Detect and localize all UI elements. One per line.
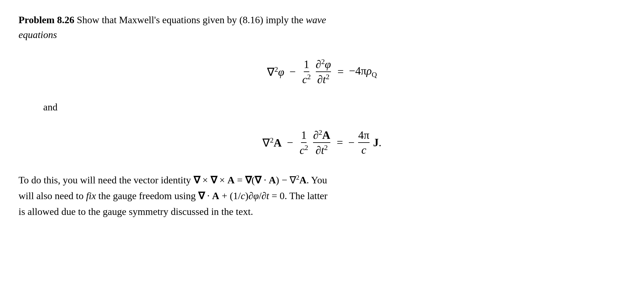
partial-fraction-2: ∂2A ∂t2 — [313, 128, 330, 157]
minus-sign-1: − — [287, 65, 299, 78]
frac2-numerator: 1 — [301, 129, 307, 143]
nabla-cross-2: ∇ — [211, 174, 217, 186]
body-text: To do this, you will need the vector ide… — [19, 172, 625, 220]
frac1-denominator: c2 — [302, 72, 311, 86]
partial2-numerator: ∂2A — [313, 128, 330, 143]
rhs-frac2-numerator: 4π — [358, 129, 369, 143]
equation-1: ∇2φ − 1 c2 ∂2φ ∂t2 = −4πρQ — [19, 58, 625, 86]
partial1-numerator: ∂2φ — [316, 58, 331, 72]
equations-text: equations — [19, 29, 57, 40]
partial-fraction-1: ∂2φ ∂t2 — [316, 58, 331, 86]
rhs-J: J. — [373, 136, 382, 149]
partial1-denominator: ∂t2 — [317, 72, 330, 86]
frac1-numerator: 1 — [304, 58, 309, 72]
body-A-2: A — [269, 174, 276, 186]
body-A-gauge: A — [212, 190, 219, 201]
rhs-frac2-denominator: c — [361, 143, 366, 156]
nabla-squared-phi: ∇2φ — [267, 65, 284, 79]
fraction-1: 1 c2 — [302, 58, 311, 86]
equals-sign-1: = — [335, 65, 346, 78]
and-label: and — [43, 101, 625, 113]
nabla-grad: ∇ — [245, 174, 252, 186]
equation-2: ∇2A − 1 c2 ∂2A ∂t2 = − 4π c J. — [19, 128, 625, 157]
wave-text: wave — [306, 14, 326, 25]
partial2-denominator: ∂t2 — [316, 143, 328, 157]
problem-header: Problem 8.26 Show that Maxwell's equatio… — [19, 12, 625, 42]
nabla-dot-gauge: ∇ — [198, 190, 205, 201]
minus-sign-2: − — [284, 136, 296, 149]
rhs-minus-2: − — [348, 136, 354, 149]
rhs-fraction-2: 4π c — [358, 129, 369, 156]
problem-number: Problem 8.26 — [19, 14, 74, 25]
nabla-cross-1: ∇ — [194, 174, 200, 186]
frac2-denominator: c2 — [300, 143, 308, 157]
body-A-3: A — [299, 174, 307, 186]
intro-text: Show that Maxwell's equations given by (… — [77, 14, 326, 25]
equals-sign-2: = — [334, 136, 346, 149]
body-A-1: A — [228, 174, 235, 186]
nabla-squared-A: ∇2A — [262, 136, 282, 149]
problem-container: Problem 8.26 Show that Maxwell's equatio… — [19, 12, 625, 220]
rhs-1: −4πρQ — [349, 64, 377, 79]
body-paragraph-1: To do this, you will need the vector ide… — [19, 172, 625, 220]
nabla-dot-1: ∇ — [255, 174, 261, 186]
fix-text: fix — [86, 190, 96, 201]
fraction-2: 1 c2 — [300, 129, 308, 157]
